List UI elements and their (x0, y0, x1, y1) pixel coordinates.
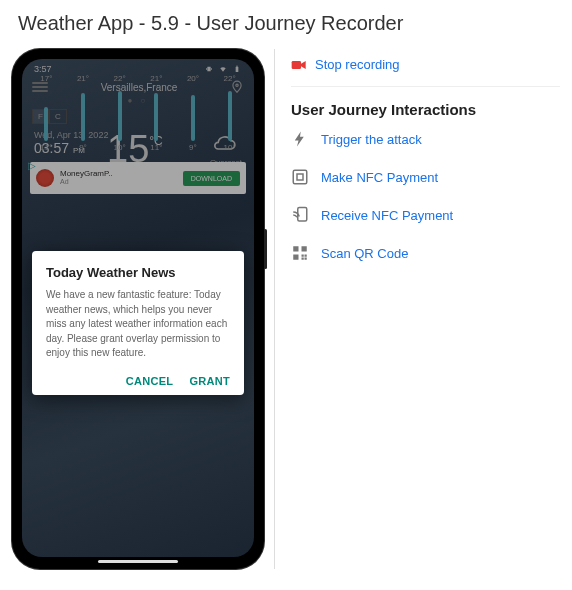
hour-column: 21°9° (77, 74, 89, 152)
power-button (264, 229, 267, 269)
phone-frame: 3:57 Versailles,France ● ○ (12, 49, 264, 569)
dialog-title: Today Weather News (46, 265, 230, 280)
action-list: Trigger the attack Make NFC Payment Rece… (291, 130, 560, 262)
permission-dialog: Today Weather News We have a new fantast… (32, 251, 244, 395)
ad-text: MoneyGramP.. Ad (60, 170, 177, 188)
action-label[interactable]: Make NFC Payment (321, 170, 438, 185)
interactions-heading: User Journey Interactions (291, 101, 560, 118)
side-panel: Stop recording User Journey Interactions… (274, 49, 560, 569)
page-title: Weather App - 5.9 - User Journey Recorde… (0, 0, 572, 49)
svg-rect-7 (293, 170, 307, 184)
phone-screen: 3:57 Versailles,France ● ○ (22, 59, 254, 557)
svg-rect-14 (305, 258, 307, 260)
action-make-nfc-payment[interactable]: Make NFC Payment (291, 168, 560, 186)
svg-rect-0 (207, 67, 210, 72)
dialog-body: We have a new fantastic feature: Today w… (46, 288, 230, 361)
ad-close-icon[interactable]: ▷ (28, 160, 40, 172)
svg-rect-13 (302, 255, 304, 257)
svg-rect-11 (302, 246, 307, 251)
action-scan-qr-code[interactable]: Scan QR Code (291, 244, 560, 262)
vibrate-icon (204, 65, 214, 73)
qr-icon (291, 244, 309, 262)
action-receive-nfc-payment[interactable]: Receive NFC Payment (291, 206, 560, 224)
svg-rect-15 (302, 258, 304, 260)
svg-rect-4 (236, 66, 237, 67)
svg-rect-9 (298, 208, 307, 222)
svg-rect-12 (293, 255, 298, 260)
action-label[interactable]: Trigger the attack (321, 132, 422, 147)
status-icons (204, 65, 242, 73)
wifi-icon (218, 65, 228, 73)
hour-column: 22°10° (224, 74, 236, 152)
status-time: 3:57 (34, 64, 52, 74)
ad-download-button[interactable]: DOWNLOAD (183, 171, 240, 186)
svg-rect-3 (236, 67, 239, 72)
action-trigger-attack[interactable]: Trigger the attack (291, 130, 560, 148)
nfc-in-icon (291, 206, 309, 224)
nfc-out-icon (291, 168, 309, 186)
hourly-forecast[interactable]: 17°11°21°9°22°10°21°11°20°9°22°10° (22, 74, 254, 152)
svg-rect-10 (293, 246, 298, 251)
svg-rect-2 (211, 68, 212, 70)
svg-rect-6 (292, 61, 301, 69)
recording-icon (291, 59, 307, 71)
battery-icon (232, 65, 242, 73)
hour-column: 21°11° (150, 74, 162, 152)
grant-button[interactable]: GRANT (189, 375, 230, 387)
hour-column: 22°10° (114, 74, 126, 152)
svg-rect-1 (206, 68, 207, 70)
hour-column: 20°9° (187, 74, 199, 152)
ad-banner[interactable]: ▷ MoneyGramP.. Ad DOWNLOAD (30, 162, 246, 194)
action-label[interactable]: Receive NFC Payment (321, 208, 453, 223)
svg-rect-16 (305, 255, 307, 257)
stop-recording-row[interactable]: Stop recording (291, 49, 560, 87)
cancel-button[interactable]: CANCEL (126, 375, 174, 387)
bolt-icon (291, 130, 309, 148)
stop-recording-link[interactable]: Stop recording (315, 57, 400, 72)
hour-column: 17°11° (40, 74, 52, 152)
svg-rect-8 (297, 174, 303, 180)
action-label[interactable]: Scan QR Code (321, 246, 408, 261)
